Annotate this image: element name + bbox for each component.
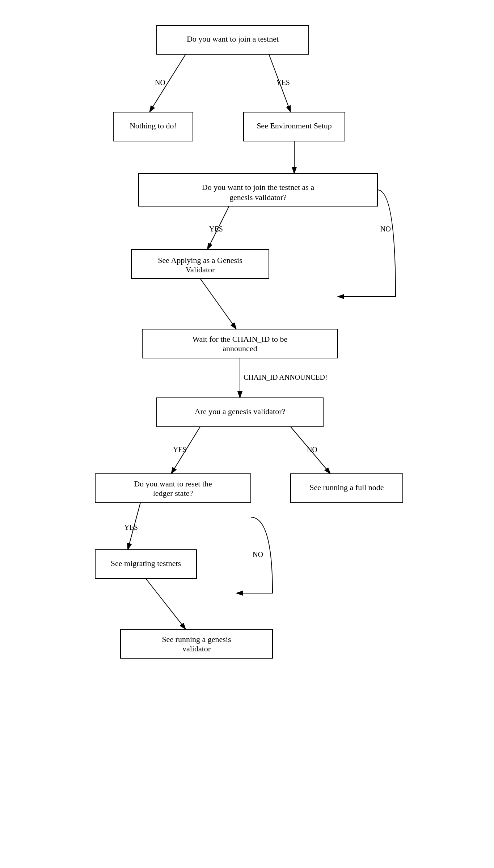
no-label-2: NO — [380, 225, 391, 233]
flowchart-diagram: Do you want to join a testnet NO YES Not… — [84, 14, 410, 855]
genesis-validator-q-label1: Do you want to join the testnet as a — [202, 183, 314, 192]
no-label-3: NO — [307, 446, 317, 454]
wait-chain-id-label2: announced — [223, 344, 257, 353]
yes-label-3: YES — [173, 446, 187, 454]
chain-announced-label: CHAIN_ID ANNOUNCED! — [244, 373, 328, 381]
migrating-testnets-label: See migrating testnets — [110, 559, 181, 568]
reset-ledger-q-label2: ledger state? — [153, 489, 193, 498]
applying-genesis-label1: See Applying as a Genesis — [158, 256, 242, 265]
genesis-validator-q-label2: genesis validator? — [229, 193, 286, 202]
are-genesis-q-label: Are you a genesis validator? — [194, 407, 285, 416]
env-setup-label: See Environment Setup — [257, 121, 332, 130]
see-full-node-label: See running a full node — [309, 483, 384, 492]
yes-label-4: YES — [124, 523, 138, 531]
nothing-to-do-label: Nothing to do! — [130, 121, 177, 130]
arrow-migrating-to-genesis-validator — [146, 579, 186, 629]
running-genesis-validator-label1: See running a genesis — [162, 635, 231, 644]
no-label-4: NO — [253, 550, 263, 558]
arrow-applying-to-wait — [200, 278, 236, 329]
reset-ledger-q-label1: Do you want to reset the — [134, 479, 212, 488]
applying-genesis-label2: Validator — [185, 265, 215, 274]
wait-chain-id-label1: Wait for the CHAIN_ID to be — [192, 335, 287, 344]
join-testnet-label: Do you want to join a testnet — [186, 34, 278, 43]
yes-label-1: YES — [276, 78, 290, 86]
no-label-1: NO — [155, 78, 165, 86]
yes-label-2: YES — [209, 225, 223, 233]
running-genesis-validator-label2: validator — [182, 644, 211, 653]
